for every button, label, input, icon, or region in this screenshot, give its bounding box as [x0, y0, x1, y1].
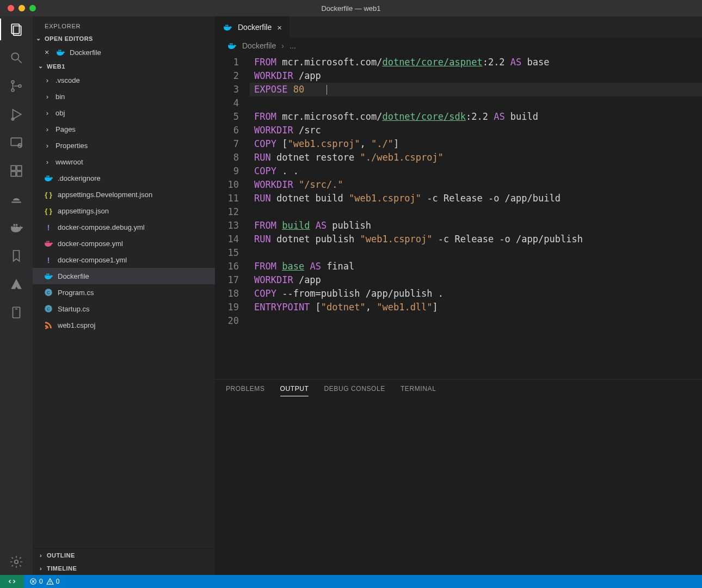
bottom-panel: PROBLEMSOUTPUTDEBUG CONSOLETERMINAL	[215, 379, 702, 575]
bookmark-icon[interactable]	[9, 248, 24, 264]
code-line[interactable]: COPY ["web1.csproj", "./"]	[250, 137, 702, 151]
panel-tab-problems[interactable]: PROBLEMS	[226, 385, 265, 396]
device-icon[interactable]	[9, 305, 24, 320]
code-line[interactable]	[250, 205, 702, 219]
chevron-right-icon: ›	[44, 93, 51, 101]
chevron-right-icon: ›	[44, 109, 51, 117]
explorer-sidebar: EXPLORER ⌄ OPEN EDITORS × Dockerfile ⌄ W…	[33, 16, 215, 575]
status-warnings[interactable]: 0	[46, 578, 60, 585]
code-line[interactable]	[250, 246, 702, 260]
hat-icon[interactable]	[9, 192, 24, 207]
outline-header[interactable]: › OUTLINE	[33, 549, 215, 562]
code-line[interactable]: EXPOSE 80	[250, 83, 702, 96]
folder-label: bin	[56, 93, 65, 101]
open-editor-label: Dockerfile	[70, 48, 101, 57]
timeline-header[interactable]: › TIMELINE	[33, 562, 215, 575]
svg-point-2	[11, 53, 19, 60]
docker-file-icon	[223, 22, 232, 32]
chevron-right-icon: ›	[37, 565, 45, 572]
outline-label: OUTLINE	[47, 552, 75, 559]
file-item[interactable]: docker-compose.yml	[33, 235, 215, 252]
explorer-icon[interactable]	[9, 22, 24, 37]
line-number-gutter: 1234567891011121314151617181920	[215, 53, 250, 379]
purple-file-icon: !	[44, 222, 53, 232]
close-icon[interactable]: ×	[42, 48, 51, 57]
file-label: Startup.cs	[58, 305, 90, 313]
search-icon[interactable]	[9, 50, 24, 65]
file-item[interactable]: { }appsettings.Development.json	[33, 186, 215, 203]
panel-tab-debug-console[interactable]: DEBUG CONSOLE	[324, 385, 385, 396]
panel-tab-terminal[interactable]: TERMINAL	[401, 385, 436, 396]
folder-item[interactable]: ›Properties	[33, 137, 215, 154]
open-editors-header[interactable]: ⌄ OPEN EDITORS	[33, 33, 215, 44]
folder-label: obj	[56, 109, 65, 117]
code-line[interactable]: WORKDIR /app	[250, 273, 702, 287]
svg-marker-7	[13, 109, 21, 119]
code-line[interactable]: FROM mcr.microsoft.com/dotnet/core/sdk:2…	[250, 110, 702, 124]
file-item[interactable]: { }appsettings.json	[33, 203, 215, 219]
file-item[interactable]: !docker-compose1.yml	[33, 252, 215, 268]
docker-file-icon	[227, 41, 237, 51]
chevron-down-icon: ⌄	[35, 35, 42, 42]
file-item[interactable]: .dockerignore	[33, 170, 215, 186]
panel-tab-output[interactable]: OUTPUT	[280, 385, 309, 396]
pink-file-icon	[44, 238, 53, 248]
close-window-button[interactable]	[8, 5, 14, 11]
project-header[interactable]: ⌄ WEB1	[33, 60, 215, 72]
file-item[interactable]: Dockerfile	[33, 268, 215, 284]
remote-indicator[interactable]	[0, 575, 24, 588]
folder-item[interactable]: ›wwwroot	[33, 154, 215, 170]
code-line[interactable]: COPY --from=publish /app/publish .	[250, 287, 702, 301]
editor-tab-label: Dockerfile	[238, 23, 272, 32]
activity-bar	[0, 16, 33, 575]
sidebar-title: EXPLORER	[33, 16, 215, 33]
code-line[interactable]: WORKDIR /app	[250, 69, 702, 83]
file-label: .dockerignore	[58, 174, 101, 182]
folder-item[interactable]: ›bin	[33, 88, 215, 105]
close-icon[interactable]: ×	[277, 23, 282, 32]
folder-item[interactable]: ›obj	[33, 105, 215, 121]
code-line[interactable]: COPY . .	[250, 164, 702, 178]
code-line[interactable]: RUN dotnet build "web1.csproj" -c Releas…	[250, 192, 702, 205]
docker-file-icon	[56, 47, 65, 57]
run-debug-icon[interactable]	[9, 107, 24, 122]
svg-text:C: C	[47, 290, 50, 295]
code-line[interactable]: WORKDIR /src	[250, 124, 702, 137]
code-line[interactable]: FROM build AS publish	[250, 219, 702, 232]
code-line[interactable]: FROM base AS final	[250, 260, 702, 273]
svg-point-27	[50, 583, 50, 584]
azure-icon[interactable]	[9, 277, 24, 292]
docker-icon[interactable]	[9, 220, 24, 235]
file-label: appsettings.Development.json	[58, 191, 152, 199]
cs-file-icon: C	[44, 287, 53, 297]
json-file-icon: { }	[44, 206, 53, 216]
code-line[interactable]: FROM mcr.microsoft.com/dotnet/core/aspne…	[250, 56, 702, 69]
source-control-icon[interactable]	[9, 78, 24, 94]
file-item[interactable]: CStartup.cs	[33, 301, 215, 317]
code-line[interactable]	[250, 96, 702, 110]
code-editor[interactable]: 1234567891011121314151617181920 FROM mcr…	[215, 53, 702, 379]
title-bar: Dockerfile — web1	[0, 0, 702, 16]
svg-rect-14	[17, 171, 22, 176]
status-errors[interactable]: 0	[29, 578, 43, 585]
code-content[interactable]: FROM mcr.microsoft.com/dotnet/core/aspne…	[250, 53, 702, 379]
minimize-window-button[interactable]	[19, 5, 25, 11]
code-line[interactable]: RUN dotnet publish "web1.csproj" -c Rele…	[250, 232, 702, 246]
file-item[interactable]: web1.csproj	[33, 317, 215, 333]
folder-item[interactable]: ›.vscode	[33, 72, 215, 88]
editor-tab[interactable]: Dockerfile ×	[215, 16, 290, 38]
folder-item[interactable]: ›Pages	[33, 121, 215, 137]
maximize-window-button[interactable]	[29, 5, 36, 11]
code-line[interactable]: RUN dotnet restore "./web1.csproj"	[250, 151, 702, 164]
extensions-icon[interactable]	[9, 163, 24, 179]
file-item[interactable]: CProgram.cs	[33, 284, 215, 301]
code-line[interactable]: ENTRYPOINT ["dotnet", "web1.dll"]	[250, 301, 702, 314]
file-item[interactable]: !docker-compose.debug.yml	[33, 219, 215, 235]
editor-tab-bar: Dockerfile ×	[215, 16, 702, 38]
settings-gear-icon[interactable]	[9, 554, 24, 569]
breadcrumb[interactable]: Dockerfile › ...	[215, 38, 702, 53]
remote-explorer-icon[interactable]	[9, 135, 24, 150]
code-line[interactable]	[250, 314, 702, 328]
code-line[interactable]: WORKDIR "/src/."	[250, 178, 702, 192]
open-editor-item[interactable]: × Dockerfile	[33, 44, 215, 60]
